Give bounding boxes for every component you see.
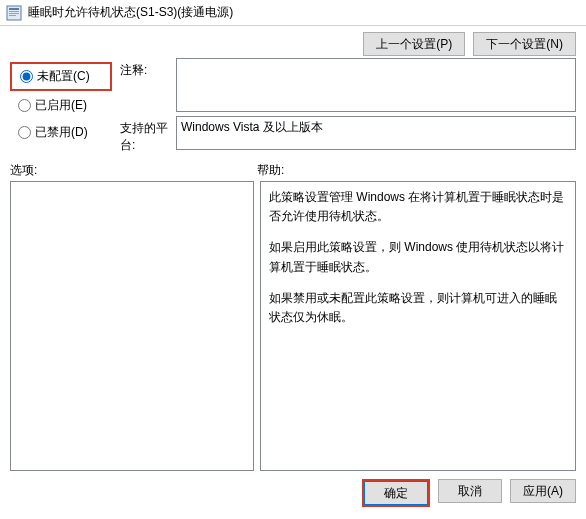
- ok-button[interactable]: 确定: [364, 481, 428, 505]
- next-setting-button[interactable]: 下一个设置(N): [473, 32, 576, 56]
- radio-not-configured-label[interactable]: 未配置(C): [37, 68, 90, 85]
- svg-rect-4: [9, 15, 16, 16]
- svg-rect-1: [9, 8, 19, 10]
- cancel-button[interactable]: 取消: [438, 479, 502, 503]
- radio-not-configured[interactable]: [20, 70, 33, 83]
- panels-row: 此策略设置管理 Windows 在将计算机置于睡眠状态时是否允许使用待机状态。 …: [0, 181, 586, 471]
- help-paragraph-2: 如果启用此策略设置，则 Windows 使用待机状态以将计算机置于睡眠状态。: [269, 238, 567, 276]
- radio-disabled[interactable]: [18, 126, 31, 139]
- state-radio-group: 未配置(C) 已启用(E) 已禁用(D): [10, 58, 112, 154]
- comment-label: 注释:: [120, 58, 176, 79]
- help-panel: 此策略设置管理 Windows 在将计算机置于睡眠状态时是否允许使用待机状态。 …: [260, 181, 576, 471]
- policy-icon: [6, 5, 22, 21]
- radio-disabled-label[interactable]: 已禁用(D): [35, 124, 88, 141]
- ok-highlight: 确定: [362, 479, 430, 507]
- nav-row: 上一个设置(P) 下一个设置(N): [0, 26, 586, 58]
- options-panel: [10, 181, 254, 471]
- fields-grid: 注释: 支持的平台: Windows Vista 及以上版本: [112, 58, 576, 154]
- bottom-buttons: 确定 取消 应用(A): [0, 471, 586, 515]
- apply-button[interactable]: 应用(A): [510, 479, 576, 503]
- svg-rect-2: [9, 11, 19, 12]
- radio-enabled-label[interactable]: 已启用(E): [35, 97, 87, 114]
- section-labels: 选项: 帮助:: [0, 160, 586, 181]
- platform-box[interactable]: Windows Vista 及以上版本: [176, 116, 576, 150]
- comment-input[interactable]: [176, 58, 576, 112]
- platform-label: 支持的平台:: [120, 116, 176, 154]
- window-title: 睡眠时允许待机状态(S1-S3)(接通电源): [28, 4, 233, 21]
- prev-setting-button[interactable]: 上一个设置(P): [363, 32, 465, 56]
- help-paragraph-1: 此策略设置管理 Windows 在将计算机置于睡眠状态时是否允许使用待机状态。: [269, 188, 567, 226]
- radio-enabled-wrap[interactable]: 已启用(E): [10, 93, 112, 118]
- svg-rect-3: [9, 13, 19, 14]
- help-paragraph-3: 如果禁用或未配置此策略设置，则计算机可进入的睡眠状态仅为休眠。: [269, 289, 567, 327]
- radio-not-configured-wrap[interactable]: 未配置(C): [10, 62, 112, 91]
- options-section-label: 选项:: [10, 162, 257, 179]
- radio-enabled[interactable]: [18, 99, 31, 112]
- help-section-label: 帮助:: [257, 162, 576, 179]
- platform-value: Windows Vista 及以上版本: [181, 120, 323, 134]
- radio-disabled-wrap[interactable]: 已禁用(D): [10, 120, 112, 145]
- title-bar: 睡眠时允许待机状态(S1-S3)(接通电源): [0, 0, 586, 26]
- config-area: 未配置(C) 已启用(E) 已禁用(D) 注释: 支持的平台: Windows …: [0, 58, 586, 160]
